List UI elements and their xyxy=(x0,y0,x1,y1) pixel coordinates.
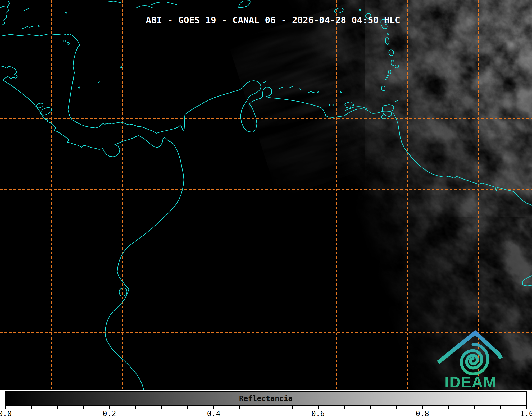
colorbar-tick-label: 0.6 xyxy=(311,409,325,417)
colorbar-tick xyxy=(500,406,501,409)
goes-satellite-product: IDEAM ABI - GOES 19 - CANAL 06 - 2026-04… xyxy=(0,0,532,417)
colorbar-area: Reflectancia 0.00.20.40.60.81.0 xyxy=(0,390,532,417)
map-canvas: IDEAM xyxy=(0,0,532,390)
colorbar-tick xyxy=(57,406,58,409)
colorbar-tick xyxy=(5,406,6,409)
colorbar-gradient: Reflectancia xyxy=(5,391,527,406)
colorbar-tick xyxy=(31,406,32,409)
colorbar-tick-label: 0.0 xyxy=(0,409,12,417)
colorbar-tick-label: 0.4 xyxy=(207,409,221,417)
colorbar-tick xyxy=(396,406,397,409)
colorbar-tick xyxy=(344,406,345,409)
colorbar-tick xyxy=(474,406,475,409)
colorbar-tick xyxy=(526,406,527,409)
colorbar-tick xyxy=(422,406,423,409)
satellite-map: IDEAM ABI - GOES 19 - CANAL 06 - 2026-04… xyxy=(0,0,532,390)
colorbar-tick xyxy=(266,406,266,409)
colorbar-tick-label: 1.0 xyxy=(520,409,532,417)
colorbar-tick xyxy=(370,406,371,409)
ideam-logo-text: IDEAM xyxy=(445,373,497,390)
colorbar-tick-label: 0.8 xyxy=(416,409,429,417)
colorbar-tick xyxy=(213,406,214,409)
image-title: ABI - GOES 19 - CANAL 06 - 2026-04-28 04… xyxy=(146,15,400,25)
colorbar-tick xyxy=(161,406,162,409)
colorbar-tick xyxy=(239,406,240,409)
colorbar-tick xyxy=(109,406,110,409)
colorbar-tick xyxy=(187,406,188,409)
colorbar-tick xyxy=(292,406,293,409)
colorbar-tick xyxy=(448,406,449,409)
colorbar-tick xyxy=(135,406,136,409)
colorbar-tick xyxy=(318,406,319,409)
colorbar-label: Reflectancia xyxy=(239,394,293,403)
colorbar-tick-label: 0.2 xyxy=(103,409,116,417)
colorbar-tick xyxy=(83,406,84,409)
